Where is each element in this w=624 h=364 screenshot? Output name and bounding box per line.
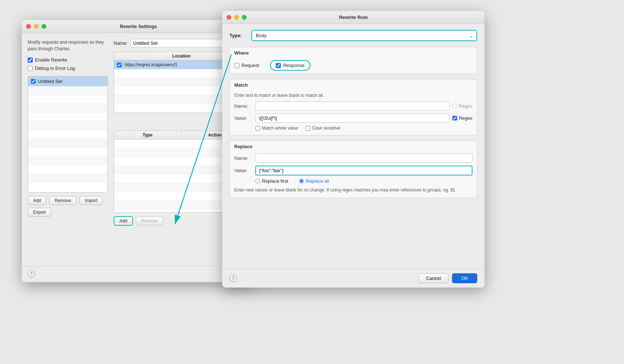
settings-help-button[interactable]: ?: [28, 270, 35, 278]
rewrite-settings-window: Rewrite Settings Modify requests and res…: [22, 20, 255, 282]
set-item-untitled[interactable]: Untitled Set: [28, 76, 107, 86]
debug-error-log-row: Debug in Error Log: [28, 66, 108, 71]
response-label: Response: [283, 63, 305, 68]
rule-help-button[interactable]: ?: [229, 275, 237, 282]
settings-description: Modify requests and responses as they pa…: [28, 39, 108, 52]
type-row: Type: Body Header URL Status Method ⌄: [229, 30, 477, 41]
settings-body: Modify requests and responses as they pa…: [22, 33, 255, 232]
where-section: Where Request Response: [229, 47, 477, 74]
replace-section: Replace Name: Value: Replace first: [229, 141, 477, 198]
request-checkbox[interactable]: [234, 63, 239, 68]
debug-error-log-checkbox[interactable]: [28, 66, 33, 71]
value-regex-row: Regex: [452, 115, 472, 121]
rewrite-rule-titlebar: Rewrite Rule: [222, 11, 484, 24]
replace-title: Replace: [230, 141, 477, 151]
name-label: Name:: [114, 40, 127, 46]
replace-first-option: Replace first: [255, 178, 288, 184]
rule-maximize-btn[interactable]: [242, 15, 247, 20]
match-whole-value-option: Match whole value: [255, 126, 298, 131]
sets-import-button[interactable]: Import: [79, 196, 103, 205]
rule-traffic-lights: [227, 15, 247, 20]
replace-content: Name: Value: Replace first Re: [230, 151, 477, 198]
name-regex-row: Regex: [452, 103, 472, 109]
replace-value-input[interactable]: [255, 166, 472, 175]
sets-list: Untitled Set: [28, 76, 108, 193]
rule-cancel-button[interactable]: Cancel: [419, 273, 448, 283]
rewrite-rule-title: Rewrite Rule: [339, 15, 368, 20]
response-btn[interactable]: Response: [270, 60, 310, 71]
match-whole-value-label: Match whole value: [262, 126, 298, 131]
replace-all-radio[interactable]: [299, 179, 304, 183]
match-value-input[interactable]: [255, 114, 450, 123]
enable-rewrite-row: Enable Rewrite: [28, 57, 108, 63]
radio-row: Replace first Replace all: [234, 178, 472, 184]
rule-bottom-bar: ? Cancel OK: [222, 269, 484, 288]
case-sensitive-checkbox[interactable]: [305, 126, 310, 131]
type-select[interactable]: Body Header URL Status Method: [252, 31, 476, 40]
where-title: Where: [230, 47, 477, 57]
replace-first-radio[interactable]: [255, 179, 260, 183]
rewrite-settings-title: Rewrite Settings: [120, 24, 157, 29]
settings-left-panel: Modify requests and responses as they pa…: [28, 39, 108, 226]
name-regex-checkbox: [452, 104, 457, 108]
match-section: Match Enter text to match or leave blank…: [229, 79, 477, 135]
remove-rule-button: Remove: [136, 217, 163, 225]
rule-minimize-btn[interactable]: [234, 15, 239, 20]
location-checkbox[interactable]: [117, 63, 122, 67]
where-row: Request Response: [230, 57, 477, 74]
case-sensitive-label: Case sensitive: [312, 126, 340, 131]
replace-value-label: Value:: [234, 168, 252, 173]
response-checkbox[interactable]: [276, 63, 281, 68]
replace-all-option: Replace all: [299, 178, 329, 184]
replace-name-label: Name:: [234, 155, 252, 161]
case-sensitive-option: Case sensitive: [305, 126, 340, 131]
set-checkbox[interactable]: [31, 79, 36, 84]
replace-name-input[interactable]: [255, 154, 472, 163]
add-rule-button[interactable]: Add: [114, 216, 133, 226]
type-select-wrapper: Body Header URL Status Method ⌄: [251, 30, 477, 41]
enable-rewrite-checkbox[interactable]: [28, 58, 33, 63]
match-value-label: Value:: [234, 115, 252, 121]
rule-body: Type: Body Header URL Status Method ⌄ Wh…: [222, 24, 484, 209]
sets-export-button[interactable]: Export: [28, 208, 51, 217]
match-hint: Enter text to match or leave blank to ma…: [234, 92, 472, 98]
set-label: Untitled Set: [38, 79, 62, 84]
sets-add-button[interactable]: Add: [28, 196, 46, 205]
request-label: Request: [242, 63, 259, 68]
location-url: https://reqres.in/api/users/1: [125, 62, 177, 67]
sets-buttons: Add Remove Import Export: [28, 196, 108, 217]
type-column-header: Type: [114, 131, 181, 139]
match-whole-value-checkbox[interactable]: [255, 126, 260, 131]
name-regex-label: Regex: [459, 103, 472, 109]
rule-ok-button[interactable]: OK: [452, 273, 477, 283]
minimize-btn[interactable]: [34, 24, 39, 29]
replace-note: Enter new values or leave blank for no c…: [234, 187, 472, 193]
replace-first-label: Replace first: [262, 178, 288, 184]
type-label: Type:: [229, 33, 248, 38]
match-value-row: Value: Regex: [234, 114, 472, 123]
settings-bottom-bar: ? C: [22, 266, 255, 282]
match-title: Match: [230, 79, 477, 89]
match-name-row: Name: Regex: [234, 102, 472, 111]
rewrite-settings-titlebar: Rewrite Settings: [22, 20, 255, 33]
traffic-lights: [26, 24, 46, 29]
value-regex-checkbox[interactable]: [452, 116, 457, 120]
rule-close-btn[interactable]: [227, 15, 231, 20]
sets-remove-button[interactable]: Remove: [49, 196, 76, 205]
match-name-label: Name:: [234, 103, 252, 109]
maximize-btn[interactable]: [42, 24, 46, 29]
match-name-input[interactable]: [255, 102, 450, 111]
debug-error-log-label: Debug in Error Log: [35, 66, 75, 71]
replace-value-row: Value:: [234, 166, 472, 175]
close-btn[interactable]: [26, 24, 31, 29]
match-content: Enter text to match or leave blank to ma…: [230, 89, 477, 135]
replace-all-label: Replace all: [306, 178, 329, 184]
request-item: Request: [234, 63, 259, 68]
rewrite-rule-window: Rewrite Rule Type: Body Header URL Statu…: [222, 11, 484, 288]
value-regex-label: Regex: [459, 115, 472, 121]
enable-rewrite-label: Enable Rewrite: [35, 57, 67, 63]
replace-name-row: Name:: [234, 154, 472, 163]
match-options-row: Match whole value Case sensitive: [234, 126, 472, 131]
